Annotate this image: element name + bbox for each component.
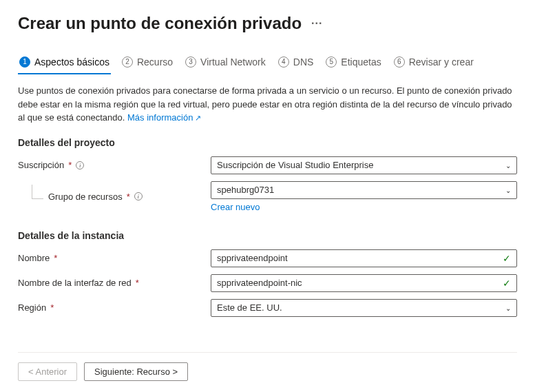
tab-step-number: 3 [185, 56, 196, 68]
tab-step-number: 4 [278, 56, 289, 68]
intro-text: Use puntos de conexión privados para con… [18, 84, 514, 125]
previous-button: < Anterior [18, 362, 77, 381]
nic-name-value: spprivateendpoint-nic [217, 278, 302, 288]
resource-group-value: spehubrg0731 [217, 185, 274, 195]
learn-more-text: Más información [127, 112, 193, 123]
create-new-link[interactable]: Crear nuevo [211, 202, 260, 212]
subscription-row: Suscripción * i Suscripción de Visual St… [18, 156, 517, 174]
tab-etiquetas[interactable]: 5 Etiquetas [324, 52, 382, 74]
region-value: Este de EE. UU. [217, 302, 282, 313]
resource-group-label: Grupo de recursos * i [18, 192, 211, 202]
nic-name-label: Nombre de la interfaz de red * [18, 278, 211, 288]
resource-group-row: Grupo de recursos * i spehubrg0731 ⌄ Cre… [18, 181, 517, 212]
tab-step-number: 2 [122, 56, 133, 68]
check-icon: ✓ [503, 253, 511, 264]
region-select[interactable]: Este de EE. UU. ⌄ [211, 299, 517, 317]
nic-name-input[interactable]: spprivateendpoint-nic ✓ [211, 274, 517, 292]
tab-recurso[interactable]: 2 Recurso [120, 52, 174, 74]
tab-label: Recurso [137, 56, 173, 68]
page-title-text: Crear un punto de conexión privado [18, 14, 302, 33]
tab-step-number: 6 [394, 56, 405, 68]
tab-step-number: 1 [19, 56, 30, 68]
intro-body: Use puntos de conexión privados para con… [18, 85, 512, 123]
info-icon[interactable]: i [76, 161, 84, 169]
more-menu-icon[interactable]: ··· [311, 17, 322, 30]
required-asterisk: * [136, 278, 139, 288]
required-asterisk: * [127, 192, 130, 202]
name-label: Nombre * [18, 253, 211, 263]
tab-label: Virtual Network [200, 56, 266, 68]
tab-revisar-crear[interactable]: 6 Revisar y crear [392, 52, 475, 74]
page-title: Crear un punto de conexión privado ··· [18, 14, 517, 33]
learn-more-link[interactable]: Más información↗ [127, 112, 201, 123]
info-icon[interactable]: i [134, 192, 143, 200]
chevron-down-icon: ⌄ [505, 304, 511, 311]
instance-details-heading: Detalles de la instancia [18, 230, 517, 241]
chevron-down-icon: ⌄ [505, 161, 511, 169]
wizard-footer: < Anterior Siguiente: Recurso > [18, 352, 517, 381]
tab-label: Aspectos básicos [34, 56, 109, 68]
name-label-text: Nombre [18, 253, 50, 263]
name-input[interactable]: spprivateendpoint ✓ [211, 249, 517, 267]
nic-name-label-text: Nombre de la interfaz de red [18, 278, 132, 288]
wizard-tabs: 1 Aspectos básicos 2 Recurso 3 Virtual N… [18, 52, 517, 74]
subscription-label: Suscripción * i [18, 160, 211, 170]
name-value: spprivateendpoint [217, 253, 288, 263]
subscription-value: Suscripción de Visual Studio Enterprise [217, 160, 373, 170]
tab-dns[interactable]: 4 DNS [277, 52, 315, 74]
resource-group-label-text: Grupo de recursos [48, 192, 123, 202]
name-row: Nombre * spprivateendpoint ✓ [18, 249, 517, 267]
nic-name-row: Nombre de la interfaz de red * spprivate… [18, 274, 517, 292]
region-label-text: Región [18, 302, 46, 313]
region-row: Región * Este de EE. UU. ⌄ [18, 299, 517, 317]
external-link-icon: ↗ [195, 112, 201, 124]
tab-label: DNS [293, 56, 314, 68]
required-asterisk: * [54, 253, 57, 263]
resource-group-select[interactable]: spehubrg0731 ⌄ [211, 181, 517, 199]
required-asterisk: * [68, 160, 72, 170]
tab-virtual-network[interactable]: 3 Virtual Network [184, 52, 267, 74]
project-details-heading: Detalles del proyecto [18, 137, 517, 148]
chevron-down-icon: ⌄ [505, 186, 511, 194]
subscription-select[interactable]: Suscripción de Visual Studio Enterprise … [211, 156, 517, 174]
next-button[interactable]: Siguiente: Recurso > [84, 362, 188, 381]
subscription-label-text: Suscripción [18, 160, 64, 170]
tab-step-number: 5 [326, 56, 337, 68]
required-asterisk: * [50, 302, 54, 313]
tab-label: Etiquetas [341, 56, 381, 68]
tab-label: Revisar y crear [409, 56, 474, 68]
check-icon: ✓ [503, 278, 511, 289]
region-label: Región * [18, 302, 211, 313]
tab-aspectos-basicos[interactable]: 1 Aspectos básicos [18, 52, 111, 74]
